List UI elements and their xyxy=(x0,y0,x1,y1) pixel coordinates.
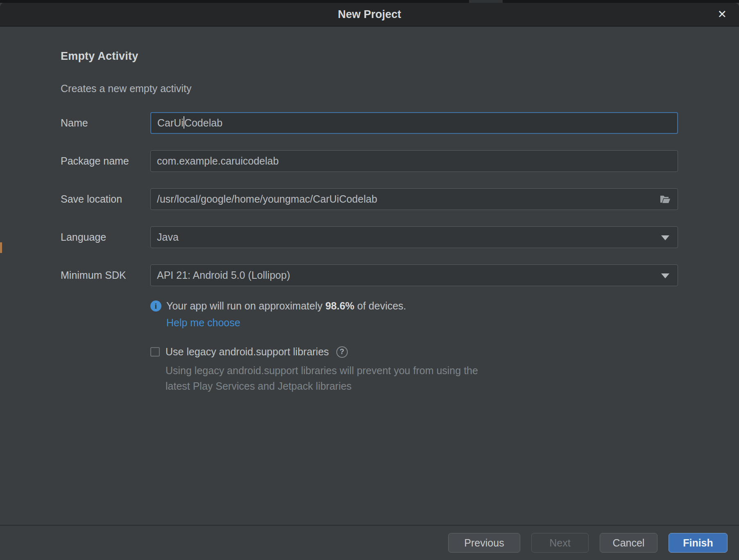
legacy-checkbox-label: Use legacy android.support libraries xyxy=(165,346,329,358)
page-subtitle: Creates a new empty activity xyxy=(61,83,678,95)
package-label: Package name xyxy=(61,155,150,167)
name-input[interactable]: CarUiCodelab xyxy=(150,112,678,134)
finish-button[interactable]: Finish xyxy=(669,533,728,553)
min-sdk-row: Minimum SDK API 21: Android 5.0 (Lollipo… xyxy=(61,264,678,286)
cancel-button[interactable]: Cancel xyxy=(600,533,657,553)
language-row: Language Java xyxy=(61,226,678,248)
chevron-down-icon xyxy=(661,273,669,278)
help-me-choose-link[interactable]: Help me choose xyxy=(166,317,240,329)
save-location-label: Save location xyxy=(61,193,150,205)
sdk-coverage-text-before: Your app will run on approximately xyxy=(166,300,325,312)
name-label: Name xyxy=(61,117,150,129)
chevron-down-icon xyxy=(661,235,669,240)
min-sdk-select[interactable]: API 21: Android 5.0 (Lollipop) xyxy=(150,264,678,286)
legacy-checkbox[interactable] xyxy=(150,347,160,357)
language-label: Language xyxy=(61,231,150,243)
info-icon: i xyxy=(150,300,161,312)
save-location-row: Save location /usr/local/google/home/you… xyxy=(61,188,678,210)
sdk-coverage-info: i Your app will run on approximately 98.… xyxy=(150,300,678,329)
dialog-button-bar: Previous Next Cancel Finish xyxy=(0,525,739,560)
background-window-notch xyxy=(469,0,503,3)
sdk-coverage-text: Your app will run on approximately 98.6%… xyxy=(166,300,406,312)
language-select[interactable]: Java xyxy=(150,226,678,248)
language-value: Java xyxy=(157,231,179,243)
package-row: Package name com.example.caruicodelab xyxy=(61,150,678,172)
legacy-libraries-section: Use legacy android.support libraries ? U… xyxy=(150,346,678,394)
background-artifact xyxy=(0,242,2,253)
page-title: Empty Activity xyxy=(61,50,678,63)
save-location-input[interactable]: /usr/local/google/home/youngmac/CarUiCod… xyxy=(150,188,678,210)
dialog-titlebar: New Project ✕ xyxy=(0,3,739,27)
dialog-content: Empty Activity Creates a new empty activ… xyxy=(0,27,739,525)
sdk-coverage-line: i Your app will run on approximately 98.… xyxy=(150,300,678,312)
close-icon[interactable]: ✕ xyxy=(714,7,730,22)
sdk-coverage-percent: 98.6% xyxy=(325,300,354,312)
next-button[interactable]: Next xyxy=(531,533,589,553)
package-value: com.example.caruicodelab xyxy=(157,155,279,167)
name-row: Name CarUiCodelab xyxy=(61,112,678,134)
legacy-note-text: Using legacy android.support libraries w… xyxy=(165,363,493,394)
help-question-icon[interactable]: ? xyxy=(336,346,348,358)
name-value-before-caret: CarUi xyxy=(157,117,184,129)
sdk-coverage-text-after: of devices. xyxy=(354,300,406,312)
name-value-after-caret: Codelab xyxy=(184,117,222,129)
save-location-value: /usr/local/google/home/youngmac/CarUiCod… xyxy=(157,193,377,205)
min-sdk-label: Minimum SDK xyxy=(61,269,150,281)
dialog-title: New Project xyxy=(338,8,401,21)
folder-browse-icon[interactable] xyxy=(660,194,671,204)
new-project-form: Name CarUiCodelab Package name com.examp… xyxy=(61,112,678,286)
previous-button[interactable]: Previous xyxy=(448,533,520,553)
screen-background-strip xyxy=(0,0,739,3)
min-sdk-value: API 21: Android 5.0 (Lollipop) xyxy=(157,269,290,281)
legacy-checkbox-row: Use legacy android.support libraries ? xyxy=(150,346,678,358)
package-input[interactable]: com.example.caruicodelab xyxy=(150,150,678,172)
new-project-dialog: New Project ✕ Empty Activity Creates a n… xyxy=(0,0,739,560)
